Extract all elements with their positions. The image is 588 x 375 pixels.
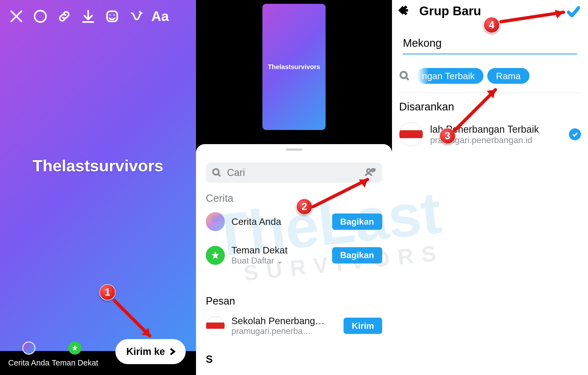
member-chip[interactable]: Rama: [487, 68, 529, 84]
row-subtitle: Buat Daftar ⌄: [231, 256, 332, 266]
row-pesan-1: Sekolah Penerbang… pramugari.penerba… Ki…: [206, 315, 382, 336]
download-icon[interactable]: [81, 9, 96, 24]
row-text: Teman Dekat Buat Daftar ⌄: [231, 245, 332, 266]
story-thumbnail-text: Thelastsurvivors: [268, 63, 320, 71]
contact-avatar-icon: [206, 316, 225, 335]
selected-members-row: ngan Terbaik Rama: [399, 68, 581, 84]
svg-point-0: [35, 11, 46, 22]
text-tool-icon[interactable]: Aa: [152, 9, 168, 24]
svg-point-6: [367, 169, 370, 172]
brush-color-icon[interactable]: [33, 9, 48, 24]
sticker-icon[interactable]: [105, 9, 120, 24]
close-friends-label: Teman Dekat: [52, 358, 98, 367]
member-chip[interactable]: ngan Terbaik: [417, 68, 483, 84]
story-toolbar: Aa: [0, 0, 196, 33]
back-arrow-icon[interactable]: [398, 4, 410, 17]
story-editor-panel: Aa Thelastsurvivors Cerita Anda Teman De…: [0, 0, 196, 375]
step-arrow-4: [498, 5, 580, 33]
share-close-friends-target[interactable]: Teman Dekat: [52, 342, 98, 367]
chevron-down-icon[interactable]: ⌄: [276, 256, 283, 265]
effects-icon[interactable]: [128, 9, 144, 24]
svg-line-17: [501, 12, 564, 22]
search-icon: [212, 168, 222, 178]
group-name-input[interactable]: [403, 35, 577, 54]
story-text-overlay[interactable]: Thelastsurvivors: [0, 156, 196, 175]
page-title: Grup Baru: [419, 4, 481, 18]
share-button[interactable]: Bagikan: [332, 213, 382, 230]
search-icon[interactable]: [399, 70, 410, 81]
section-label-s: S: [206, 354, 213, 365]
svg-point-3: [114, 14, 115, 16]
link-icon[interactable]: [57, 9, 72, 24]
share-button[interactable]: Bagikan: [332, 247, 382, 264]
chevron-right-icon: [168, 347, 176, 356]
row-title: Sekolah Penerbang…: [231, 315, 344, 326]
your-story-avatar-icon: [22, 342, 35, 355]
step-arrow-3: [452, 84, 512, 139]
row-title: Teman Dekat: [231, 245, 332, 256]
your-story-avatar-icon: [206, 212, 225, 231]
row-subtitle: pramugari.penerba…: [231, 326, 344, 336]
story-thumbnail: Thelastsurvivors: [262, 4, 326, 130]
row-text: Cerita Anda: [231, 216, 332, 227]
svg-line-13: [313, 179, 367, 207]
svg-line-11: [114, 300, 150, 336]
svg-line-15: [455, 90, 495, 131]
send-button[interactable]: Kirim: [344, 318, 382, 334]
row-text: Sekolah Penerbang… pramugari.penerba…: [231, 315, 344, 336]
svg-point-4: [139, 11, 141, 13]
contact-avatar-icon: [399, 122, 423, 146]
section-label-cerita: Cerita: [206, 193, 233, 204]
share-your-story-target[interactable]: Cerita Anda: [8, 342, 50, 367]
row-teman-dekat: Teman Dekat Buat Daftar ⌄ Bagikan: [206, 245, 382, 266]
sheet-drag-handle[interactable]: [286, 148, 302, 151]
svg-point-5: [213, 169, 219, 175]
new-group-panel: Grup Baru ngan Terbaik Rama Disarankan l…: [392, 0, 588, 375]
row-cerita-anda: Cerita Anda Bagikan: [206, 212, 382, 231]
close-friends-star-icon: [206, 246, 225, 265]
svg-point-2: [110, 14, 111, 16]
step-badge-4: 4: [483, 17, 500, 33]
step-badge-2: 2: [296, 199, 313, 215]
row-title: Cerita Anda: [231, 216, 332, 227]
close-friends-star-icon: [68, 342, 81, 355]
suggested-label: Disarankan: [399, 101, 454, 113]
step-arrow-1: [112, 298, 166, 352]
close-icon[interactable]: [9, 9, 24, 24]
selected-check-icon[interactable]: [569, 128, 581, 140]
your-story-label: Cerita Anda: [8, 358, 50, 367]
section-label-pesan: Pesan: [206, 295, 235, 307]
step-arrow-2: [310, 174, 381, 212]
svg-point-8: [400, 72, 407, 78]
